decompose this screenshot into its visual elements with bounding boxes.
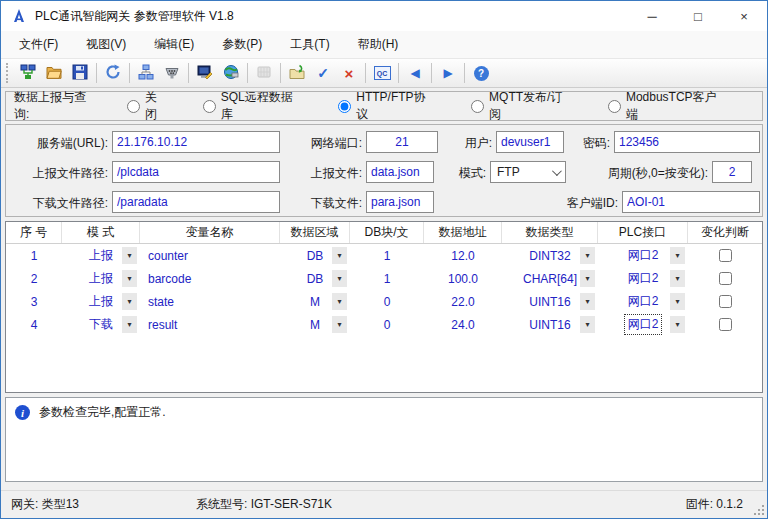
client-id-input[interactable] <box>622 191 760 213</box>
change-checkbox[interactable] <box>719 272 732 285</box>
addr-cell[interactable]: 24.0 <box>424 318 502 332</box>
type-dropdown-button[interactable]: ▾ <box>580 270 595 287</box>
port-value[interactable]: 网口2 <box>625 315 662 334</box>
name-cell[interactable]: barcode <box>140 272 280 286</box>
port-value[interactable]: 网口2 <box>625 269 662 288</box>
area-cell[interactable]: DB▾ <box>280 248 350 264</box>
radio-option-httpftp[interactable]: HTTP/FTP协议 <box>338 89 437 123</box>
type-dropdown-button[interactable]: ▾ <box>580 316 595 333</box>
type-value[interactable]: UINT16 <box>526 294 573 310</box>
mode-cell[interactable]: 下载▾ <box>62 315 140 334</box>
menu-edit[interactable]: 编辑(E) <box>140 31 208 58</box>
mode-value[interactable]: 下载 <box>86 315 116 334</box>
name-cell[interactable]: result <box>140 318 280 332</box>
block-cell[interactable]: 1 <box>350 249 424 263</box>
mode-dropdown-button[interactable]: ▾ <box>122 247 137 264</box>
radio-mqtt[interactable] <box>471 100 484 113</box>
port-cell[interactable]: 网口2▾ <box>598 246 688 265</box>
area-value[interactable]: DB <box>304 248 327 264</box>
open-file-button[interactable] <box>41 61 67 85</box>
import-folder-button[interactable] <box>284 61 310 85</box>
menu-params[interactable]: 参数(P) <box>208 31 276 58</box>
port-cell[interactable]: 网口2▾ <box>598 292 688 311</box>
radio-modbustcp[interactable] <box>608 100 621 113</box>
change-checkbox[interactable] <box>719 249 732 262</box>
port-dropdown-button[interactable]: ▾ <box>670 270 685 287</box>
port-cell-focused[interactable]: 网口2▾ <box>598 315 688 334</box>
change-checkbox[interactable] <box>719 295 732 308</box>
download-file-input[interactable] <box>366 191 434 213</box>
area-dropdown-button[interactable]: ▾ <box>332 316 347 333</box>
minimize-button[interactable]: ─ <box>629 1 675 31</box>
mode-value[interactable]: 上报 <box>86 246 116 265</box>
area-cell[interactable]: DB▾ <box>280 271 350 287</box>
change-checkbox[interactable] <box>719 318 732 331</box>
password-input[interactable] <box>614 131 760 153</box>
maximize-button[interactable]: □ <box>675 1 721 31</box>
server-url-input[interactable] <box>112 131 280 153</box>
mode-value[interactable]: 上报 <box>86 292 116 311</box>
user-input[interactable] <box>496 131 564 153</box>
confirm-check-button[interactable]: ✓ <box>310 61 336 85</box>
refresh-button[interactable] <box>100 61 126 85</box>
serial-port-button[interactable] <box>159 61 185 85</box>
monitor-edit-button[interactable] <box>192 61 218 85</box>
type-cell[interactable]: CHAR[64]▾ <box>502 271 598 287</box>
name-cell[interactable]: counter <box>140 249 280 263</box>
qc-monitor-button[interactable]: QC <box>369 61 395 85</box>
topology-button[interactable] <box>133 61 159 85</box>
type-dropdown-button[interactable]: ▾ <box>580 293 595 310</box>
radio-option-close[interactable]: 关闭 <box>127 89 169 123</box>
resize-grip[interactable] <box>762 513 764 515</box>
area-dropdown-button[interactable]: ▾ <box>332 293 347 310</box>
toolbar-grip[interactable] <box>6 63 10 83</box>
menu-help[interactable]: 帮助(H) <box>344 31 413 58</box>
radio-sql[interactable] <box>203 100 216 113</box>
addr-cell[interactable]: 22.0 <box>424 295 502 309</box>
mode-dropdown-button[interactable]: ▾ <box>122 316 137 333</box>
type-value[interactable]: DINT32 <box>526 248 573 264</box>
period-input[interactable] <box>712 161 752 183</box>
radio-close[interactable] <box>127 100 140 113</box>
nav-forward-button[interactable]: ▶ <box>435 61 461 85</box>
type-dropdown-button[interactable]: ▾ <box>580 247 595 264</box>
mode-cell[interactable]: 上报▾ <box>62 292 140 311</box>
name-cell[interactable]: state <box>140 295 280 309</box>
radio-httpftp[interactable] <box>338 100 351 113</box>
mode-dropdown-button[interactable]: ▾ <box>122 293 137 310</box>
close-button[interactable]: × <box>721 1 767 31</box>
port-cell[interactable]: 网口2▾ <box>598 269 688 288</box>
mode-value[interactable]: 上报 <box>86 269 116 288</box>
globe-button[interactable] <box>218 61 244 85</box>
port-dropdown-button[interactable]: ▾ <box>670 316 685 333</box>
block-cell[interactable]: 0 <box>350 295 424 309</box>
area-dropdown-button[interactable]: ▾ <box>332 270 347 287</box>
addr-cell[interactable]: 12.0 <box>424 249 502 263</box>
help-button[interactable]: ? <box>468 61 494 85</box>
area-dropdown-button[interactable]: ▾ <box>332 247 347 264</box>
save-button[interactable] <box>67 61 93 85</box>
area-cell[interactable]: M▾ <box>280 294 350 310</box>
upload-path-input[interactable] <box>112 161 280 183</box>
port-dropdown-button[interactable]: ▾ <box>670 293 685 310</box>
radio-option-sql[interactable]: SQL远程数据库 <box>203 89 305 123</box>
area-value[interactable]: M <box>307 294 323 310</box>
addr-cell[interactable]: 100.0 <box>424 272 502 286</box>
mode-cell[interactable]: 上报▾ <box>62 246 140 265</box>
port-value[interactable]: 网口2 <box>625 292 662 311</box>
port-value[interactable]: 网口2 <box>625 246 662 265</box>
type-cell[interactable]: DINT32▾ <box>502 248 598 264</box>
port-dropdown-button[interactable]: ▾ <box>670 247 685 264</box>
menu-tools[interactable]: 工具(T) <box>276 31 343 58</box>
area-value[interactable]: M <box>307 317 323 333</box>
mode-cell[interactable]: 上报▾ <box>62 269 140 288</box>
radio-option-mqtt[interactable]: MQTT发布/订阅 <box>471 89 574 123</box>
mode-dropdown-button[interactable]: ▾ <box>122 270 137 287</box>
type-value[interactable]: UINT16 <box>526 317 573 333</box>
type-cell[interactable]: UINT16▾ <box>502 317 598 333</box>
type-value[interactable]: CHAR[64] <box>520 271 580 287</box>
network-tree-button[interactable] <box>15 61 41 85</box>
nav-back-button[interactable]: ◀ <box>402 61 428 85</box>
block-cell[interactable]: 0 <box>350 318 424 332</box>
upload-file-input[interactable] <box>366 161 434 183</box>
